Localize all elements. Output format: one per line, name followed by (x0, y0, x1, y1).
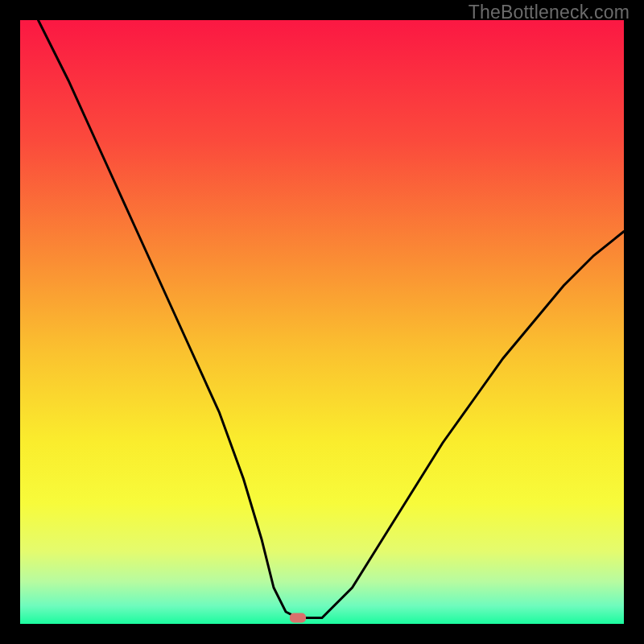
watermark-text: TheBottleneck.com (469, 2, 630, 23)
optimum-marker (290, 613, 306, 623)
bottleneck-chart (20, 20, 624, 624)
chart-frame: TheBottleneck.com (0, 0, 644, 644)
plot-area (20, 20, 624, 624)
